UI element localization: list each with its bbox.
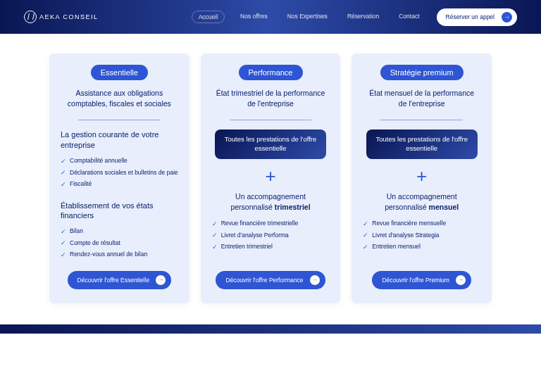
arrow-right-icon: → [502,12,512,23]
header: AEKA CONSEIL Accueil Nos offres Nos Expe… [0,0,541,34]
discover-performance-button[interactable]: Découvrir l'offre Performance → [216,271,325,289]
divider [380,120,463,120]
check-icon: ✓ [363,220,368,227]
section-heading: Établissement de vos états financiers [61,201,178,222]
check-icon: ✓ [212,244,218,251]
plus-icon: + [265,165,275,187]
list-item: ✓Déclarations sociales et bulletins de p… [61,169,178,177]
check-icon: ✓ [363,232,368,239]
list-item: ✓Fiscalité [61,180,178,188]
check-icon: ✓ [363,244,368,251]
check-icon: ✓ [61,251,66,258]
discover-essentielle-button[interactable]: Découvrir l'offre Essentielle → [68,271,172,289]
plan-badge: Essentielle [91,65,148,80]
checklist: ✓Bilan ✓Compte de résultat ✓Rendez-vous … [61,227,178,262]
includes-pill: Toutes les prestations de l'offre essent… [366,129,478,159]
list-item: ✓Comptabilité annuelle [61,157,178,165]
check-icon: ✓ [212,220,218,227]
nav-offres[interactable]: Nos offres [236,11,272,23]
plan-badge: Stratégie premium [380,65,464,80]
divider [78,120,161,120]
accompaniment-text: Un accompagnement personnalisé trimestri… [212,191,330,212]
arrow-right-icon: → [456,275,466,285]
brand-name: AEKA CONSEIL [39,13,99,20]
list-item: ✓Revue financière mensuelle [363,220,480,227]
main-nav: Accueil Nos offres Nos Expertises Réserv… [192,11,424,23]
discover-label: Découvrir l'offre Performance [225,277,303,284]
check-icon: ✓ [61,169,66,176]
list-item: ✓Compte de résultat [61,239,178,247]
check-icon: ✓ [61,181,66,188]
cta-label: Réserver un appel [446,13,495,20]
pricing-container: Essentielle Assistance aux obligations c… [0,34,541,323]
nav-expertises[interactable]: Nos Expertises [283,11,332,23]
list-item: ✓Entretien mensuel [363,243,480,251]
check-icon: ✓ [61,228,66,235]
footer-bar [0,324,541,334]
reserve-call-button[interactable]: Réserver un appel → [437,8,517,26]
check-icon: ✓ [61,158,66,165]
check-icon: ✓ [61,239,66,246]
card-performance: Performance État trimestriel de la perfo… [201,53,341,303]
nav-accueil[interactable]: Accueil [192,11,225,23]
list-item: ✓Revue financière trimestrielle [212,220,330,227]
discover-label: Découvrir l'offre Essentielle [77,277,150,284]
list-item: ✓Rendez-vous annuel de bilan [61,251,178,258]
card-premium: Stratégie premium État mensuel de la per… [352,53,492,303]
discover-premium-button[interactable]: Découvrir l'offre Premium → [372,271,471,289]
nav-contact[interactable]: Contact [394,11,423,23]
divider [230,120,312,120]
arrow-right-icon: → [310,275,320,285]
checklist: ✓Revue financière trimestrielle ✓Livret … [212,220,330,254]
nav-reservation[interactable]: Réservation [343,11,383,23]
logo-icon [24,11,37,23]
plus-icon: + [416,165,427,187]
plan-subtitle: Assistance aux obligations comptables, f… [61,88,178,109]
list-item: ✓Bilan [61,227,178,235]
checklist: ✓Revue financière mensuelle ✓Livret d'an… [363,220,480,254]
discover-label: Découvrir l'offre Premium [382,277,449,284]
logo[interactable]: AEKA CONSEIL [24,11,99,23]
list-item: ✓Livret d'analyse Strategia [363,232,480,239]
card-essentielle: Essentielle Assistance aux obligations c… [49,53,189,303]
accompaniment-text: Un accompagnement personnalisé mensuel [363,191,480,212]
list-item: ✓Livret d'analyse Performa [212,232,330,239]
check-icon: ✓ [212,232,218,239]
includes-pill: Toutes les prestations de l'offre essent… [215,129,326,159]
plan-subtitle: État mensuel de la performance de l'entr… [363,88,480,109]
plan-badge: Performance [239,65,303,80]
arrow-right-icon: → [156,275,166,285]
checklist: ✓Comptabilité annuelle ✓Déclarations soc… [61,157,178,191]
section-heading: La gestion courante de votre entreprise [61,129,178,151]
plan-subtitle: État trimestriel de la performance de l'… [212,88,330,109]
list-item: ✓Entretien trimestriel [212,243,330,251]
